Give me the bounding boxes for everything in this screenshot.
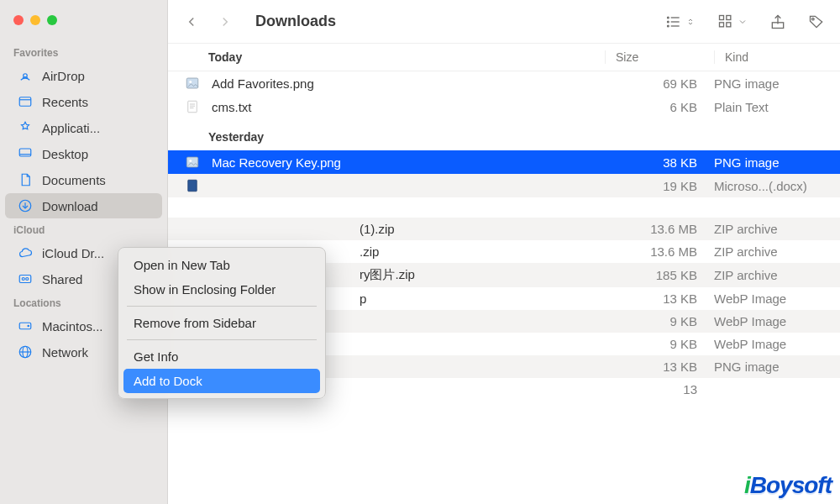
disk-icon <box>17 318 34 334</box>
file-size: 9 KB <box>605 314 714 328</box>
globe-icon <box>17 344 34 360</box>
sidebar-item-label: iCloud Dr... <box>42 246 104 260</box>
file-row[interactable]: 19 KBMicroso...(.docx) <box>168 174 840 197</box>
airdrop-icon <box>17 67 34 84</box>
sidebar-item-label: Documents <box>42 173 106 187</box>
sidebar-item-label: Recents <box>42 95 88 109</box>
clock-icon <box>17 93 34 110</box>
file-kind: PNG image <box>714 360 840 374</box>
sidebar-item-clock[interactable]: Recents <box>5 89 162 114</box>
file-icon <box>185 155 200 170</box>
file-row[interactable]: Mac Recovery Key.png38 KBPNG image <box>168 150 840 174</box>
desktop-icon <box>17 145 34 162</box>
file-size: 69 KB <box>605 76 714 91</box>
svg-point-28 <box>189 81 192 83</box>
close-window-button[interactable] <box>13 15 24 25</box>
file-kind: ZIP archive <box>714 222 840 236</box>
file-name: Mac Recovery Key.png <box>208 155 605 170</box>
file-name: (1).zip <box>208 222 605 236</box>
file-kind: WebP Image <box>714 291 840 306</box>
svg-point-20 <box>668 25 669 27</box>
file-name: Add Favorites.png <box>208 76 605 91</box>
file-row[interactable]: (1).zip13.6 MBZIP archive <box>168 218 840 240</box>
sidebar-item-download[interactable]: Download <box>5 193 162 218</box>
sidebar-item-label: Macintos... <box>42 319 103 333</box>
tag-button[interactable] <box>808 13 825 30</box>
sidebar-item-label: Network <box>42 345 88 360</box>
file-size: 6 KB <box>605 100 714 114</box>
window-traffic-lights <box>0 10 167 42</box>
file-row[interactable]: cms.txt6 KBPlain Text <box>168 95 840 118</box>
file-kind: WebP Image <box>714 337 840 351</box>
menu-item[interactable]: Open in New Tab <box>123 253 320 277</box>
forward-button[interactable] <box>210 8 240 35</box>
file-size: 13.6 MB <box>605 222 714 236</box>
file-kind: ZIP archive <box>714 244 840 259</box>
minimize-window-button[interactable] <box>30 15 40 25</box>
file-size: 13 KB <box>605 360 714 374</box>
apps-icon <box>17 119 34 136</box>
file-icon <box>185 178 200 193</box>
svg-point-26 <box>812 18 815 20</box>
shared-icon <box>17 270 34 287</box>
sidebar-item-label: Shared <box>42 272 82 286</box>
file-name: cms.txt <box>208 100 605 114</box>
column-size[interactable]: Size <box>605 50 714 64</box>
sidebar-item-label: AirDrop <box>42 69 85 83</box>
file-size: 185 KB <box>605 268 714 282</box>
sidebar-section-label: iCloud <box>0 219 167 239</box>
svg-point-11 <box>28 325 29 327</box>
watermark: iBoysoft <box>744 472 832 499</box>
back-button[interactable] <box>176 8 207 35</box>
file-size: 13 <box>605 382 714 396</box>
file-row[interactable]: Add Favorites.png69 KBPNG image <box>168 71 840 95</box>
svg-rect-24 <box>727 22 731 26</box>
svg-rect-21 <box>720 15 724 19</box>
sidebar-item-airdrop[interactable]: AirDrop <box>5 63 162 88</box>
sidebar-item-doc[interactable]: Documents <box>5 167 162 192</box>
svg-point-8 <box>22 278 24 281</box>
menu-item[interactable]: Add to Dock <box>123 369 320 393</box>
file-kind: PNG image <box>714 155 840 170</box>
menu-separator <box>127 339 317 340</box>
group-by-button[interactable] <box>717 13 748 30</box>
menu-separator <box>127 306 317 307</box>
svg-rect-1 <box>19 97 31 107</box>
file-kind: WebP Image <box>714 314 840 328</box>
column-headers[interactable]: Today Size Kind <box>168 44 840 71</box>
svg-rect-23 <box>720 22 724 26</box>
file-size: 13 KB <box>605 291 714 306</box>
file-size: 13.6 MB <box>605 244 714 259</box>
file-size: 9 KB <box>605 337 714 351</box>
menu-item[interactable]: Get Info <box>123 344 320 369</box>
doc-icon <box>17 171 34 188</box>
svg-point-34 <box>189 160 192 162</box>
sidebar-item-apps[interactable]: Applicati... <box>5 115 162 140</box>
file-icon <box>185 76 200 91</box>
column-name[interactable]: Today <box>208 50 605 64</box>
column-kind[interactable]: Kind <box>714 50 840 64</box>
svg-rect-7 <box>19 276 31 283</box>
file-kind: Plain Text <box>714 100 840 114</box>
sidebar-item-desktop[interactable]: Desktop <box>5 141 162 166</box>
svg-rect-22 <box>727 15 731 19</box>
svg-point-9 <box>26 278 29 281</box>
file-icon <box>185 99 200 114</box>
sidebar-item-label: Applicati... <box>42 121 100 135</box>
svg-rect-29 <box>188 101 197 113</box>
file-size: 38 KB <box>605 155 714 170</box>
toolbar: Downloads <box>168 0 840 44</box>
cloud-icon <box>17 244 34 261</box>
window-title: Downloads <box>255 13 662 30</box>
list-view-button[interactable] <box>665 13 696 30</box>
file-kind: PNG image <box>714 76 840 91</box>
share-button[interactable] <box>769 13 786 30</box>
zoom-window-button[interactable] <box>47 15 57 25</box>
group-label: Yesterday <box>168 118 840 150</box>
sidebar-item-label: Download <box>42 199 98 213</box>
sidebar-section-label: Favorites <box>0 42 167 62</box>
svg-rect-35 <box>188 180 197 192</box>
toolbar-right <box>665 13 832 30</box>
menu-item[interactable]: Remove from Sidebar <box>123 311 320 335</box>
menu-item[interactable]: Show in Enclosing Folder <box>123 277 320 302</box>
